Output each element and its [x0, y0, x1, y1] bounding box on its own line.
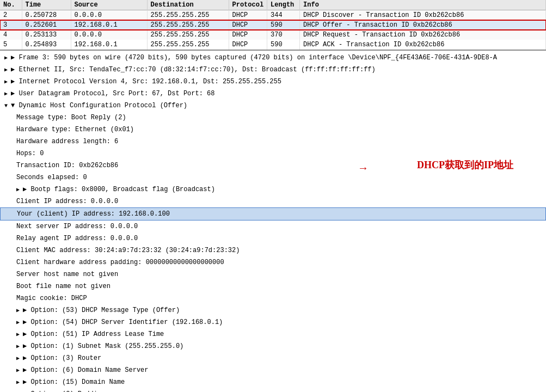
detail-row[interactable]: ▶ Frame 3: 590 bytes on wire (4720 bits)…: [0, 52, 546, 64]
detail-row[interactable]: ▶ Option: (51) IP Address Lease Time: [0, 328, 546, 340]
table-header: No. Time Source Destination Protocol Len…: [0, 0, 546, 10]
detail-row[interactable]: Client hardware address padding: 0000000…: [0, 256, 546, 268]
table-cell: DHCP: [229, 10, 267, 21]
table-cell: 255.255.255.255: [147, 30, 229, 40]
table-cell: 344: [267, 10, 300, 21]
table-cell: DHCP ACK - Transaction ID 0xb262cb86: [300, 40, 546, 50]
detail-row[interactable]: Seconds elapsed: 0: [0, 171, 546, 183]
detail-row[interactable]: Magic cookie: DHCP: [0, 292, 546, 304]
table-cell: 4: [0, 30, 22, 40]
table-cell: 5: [0, 40, 22, 50]
detail-row[interactable]: ▶ Ethernet II, Src: TendaTec_f7:cc:70 (d…: [0, 64, 546, 76]
table-cell: 2: [0, 10, 22, 21]
detail-row[interactable]: Your (client) IP address: 192.168.0.100: [0, 207, 546, 220]
detail-row[interactable]: Hops: 0: [0, 148, 546, 160]
table-cell: 192.168.0.1: [71, 20, 147, 30]
table-row[interactable]: 30.252601192.168.0.1255.255.255.255DHCP5…: [0, 20, 546, 30]
col-header-source: Source: [71, 0, 147, 10]
detail-row[interactable]: Hardware address length: 6: [0, 136, 546, 148]
table-cell: 255.255.255.255: [147, 10, 229, 21]
table-cell: 192.168.0.1: [71, 40, 147, 50]
table-cell: 255.255.255.255: [147, 40, 229, 50]
table-row[interactable]: 20.2507280.0.0.0255.255.255.255DHCP344DH…: [0, 10, 546, 21]
table-row[interactable]: 50.254893192.168.0.1255.255.255.255DHCP5…: [0, 40, 546, 50]
col-header-no: No.: [0, 0, 22, 10]
table-row[interactable]: 40.2531330.0.0.0255.255.255.255DHCP370DH…: [0, 30, 546, 40]
col-header-time: Time: [22, 0, 71, 10]
detail-row[interactable]: ▶ Bootp flags: 0x8000, Broadcast flag (B…: [0, 183, 546, 195]
col-header-info: Info: [300, 0, 546, 10]
table-cell: DHCP: [229, 40, 267, 50]
detail-panel: ▶ Frame 3: 590 bytes on wire (4720 bits)…: [0, 50, 546, 392]
detail-row[interactable]: ▶ Option: (1) Subnet Mask (255.255.255.0…: [0, 340, 546, 352]
detail-row[interactable]: Client MAC address: 30:24:a9:7d:23:32 (3…: [0, 244, 546, 256]
table-cell: DHCP Request - Transaction ID 0xb262cb86: [300, 30, 546, 40]
table-cell: DHCP Discover - Transaction ID 0xb262cb8…: [300, 10, 546, 21]
detail-row[interactable]: ▶ Option: (3) Router: [0, 352, 546, 364]
table-cell: DHCP: [229, 20, 267, 30]
detail-row[interactable]: Boot file name not given: [0, 280, 546, 292]
table-cell: 0.252601: [22, 20, 71, 30]
detail-row[interactable]: ▼ Dynamic Host Configuration Protocol (O…: [0, 100, 546, 112]
table-cell: 590: [267, 20, 300, 30]
table-cell: 3: [0, 20, 22, 30]
detail-row[interactable]: ▶ Option: (54) DHCP Server Identifier (1…: [0, 316, 546, 328]
table-cell: 0.0.0.0: [71, 10, 147, 21]
detail-row[interactable]: Client IP address: 0.0.0.0: [0, 195, 546, 207]
detail-row[interactable]: ▶ Internet Protocol Version 4, Src: 192.…: [0, 76, 546, 88]
detail-row[interactable]: Next server IP address: 0.0.0.0: [0, 220, 546, 232]
table-cell: 0.250728: [22, 10, 71, 21]
table-cell: DHCP Offer - Transaction ID 0xb262cb86: [300, 20, 546, 30]
detail-row[interactable]: Server host name not given: [0, 268, 546, 280]
detail-row[interactable]: ▶ Option: (6) Domain Name Server: [0, 364, 546, 376]
table-cell: 0.0.0.0: [71, 30, 147, 40]
detail-row[interactable]: ▶ Option: (53) DHCP Message Type (Offer): [0, 304, 546, 316]
detail-row[interactable]: Relay agent IP address: 0.0.0.0: [0, 232, 546, 244]
table-cell: 0.253133: [22, 30, 71, 40]
col-header-length: Length: [267, 0, 300, 10]
detail-row[interactable]: ▶ Option: (15) Domain Name: [0, 376, 546, 388]
table-cell: 255.255.255.255: [147, 20, 229, 30]
col-header-protocol: Protocol: [229, 0, 267, 10]
detail-row[interactable]: Message type: Boot Reply (2): [0, 112, 546, 124]
table-cell: 370: [267, 30, 300, 40]
detail-row[interactable]: ▶ Option: (0) Padding: [0, 388, 546, 392]
detail-row[interactable]: Hardware type: Ethernet (0x01): [0, 124, 546, 136]
col-header-destination: Destination: [147, 0, 229, 10]
packet-table: No. Time Source Destination Protocol Len…: [0, 0, 546, 50]
detail-row[interactable]: ▶ User Datagram Protocol, Src Port: 67, …: [0, 88, 546, 100]
table-cell: 590: [267, 40, 300, 50]
table-cell: DHCP: [229, 30, 267, 40]
table-cell: 0.254893: [22, 40, 71, 50]
detail-row[interactable]: Transaction ID: 0xb262cb86: [0, 160, 546, 171]
